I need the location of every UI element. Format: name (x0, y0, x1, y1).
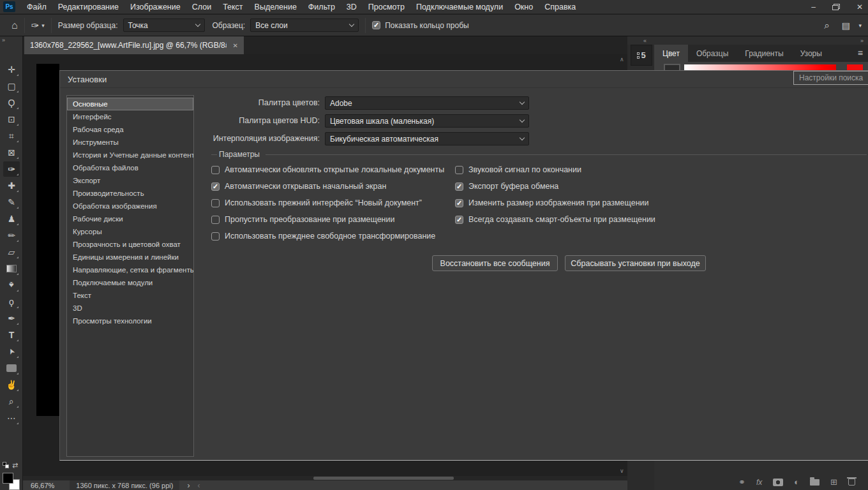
sidebar-item-cursors[interactable]: Курсоры (67, 225, 193, 238)
color-picker-dropdown[interactable]: Adobe (325, 96, 529, 110)
brush-tool[interactable]: ✎ (3, 195, 20, 210)
sidebar-item-image-processing[interactable]: Обработка изображения (67, 200, 193, 212)
foreground-color-swatch[interactable] (3, 473, 13, 484)
sidebar-item-transparency[interactable]: Прозрачность и цветовой охват (67, 238, 193, 251)
zoom-level[interactable]: 66,67% (31, 482, 54, 489)
export-clipboard-checkbox[interactable]: ✓ (455, 182, 463, 191)
sidebar-item-export[interactable]: Экспорт (67, 174, 193, 187)
blur-tool[interactable]: ♠ (3, 278, 20, 293)
type-tool[interactable]: T (3, 327, 20, 343)
hand-tool[interactable]: ✌ (3, 377, 20, 392)
menu-type[interactable]: Текст (223, 3, 243, 11)
tab-patterns[interactable]: Узоры (792, 45, 830, 62)
chevron-down-icon[interactable]: ▾ (858, 22, 862, 29)
minimize-button[interactable]: – (811, 3, 816, 11)
panel-menu-icon[interactable]: ≡ (858, 48, 863, 58)
interpolation-dropdown[interactable]: Бикубическая автоматическая (325, 132, 529, 145)
auto-update-docs-checkbox[interactable]: ✓ (211, 166, 220, 174)
gradient-tool[interactable] (3, 261, 20, 276)
status-arrow-icon[interactable]: ‹ (197, 481, 200, 490)
sidebar-item-3d[interactable]: 3D (67, 302, 193, 315)
history-panel-button[interactable]: 5 (631, 45, 652, 66)
clone-stamp-tool[interactable]: ♟ (3, 211, 20, 226)
menu-select[interactable]: Выделение (255, 3, 297, 11)
move-tool[interactable]: ✛ (3, 62, 20, 77)
default-colors-icon[interactable] (5, 464, 9, 468)
eyedropper-tool-icon[interactable]: ✑ (31, 20, 40, 31)
pen-tool[interactable]: ✒ (3, 311, 20, 326)
menu-help[interactable]: Справка (544, 3, 576, 11)
sample-size-dropdown[interactable]: Точка (123, 19, 205, 32)
legacy-free-transform-checkbox[interactable]: ✓ (211, 232, 220, 241)
resize-on-place-checkbox[interactable]: ✓ (455, 199, 463, 207)
tab-swatches[interactable]: Образцы (688, 45, 737, 62)
sidebar-item-plugins[interactable]: Подключаемые модули (67, 276, 193, 289)
marquee-tool[interactable]: ▢ (3, 78, 20, 94)
tab-color[interactable]: Цвет (654, 45, 688, 62)
menu-plugins[interactable]: Подключаемые модули (416, 3, 503, 11)
sample-dropdown[interactable]: Все слои (250, 19, 359, 32)
home-icon[interactable]: ⌂ (11, 20, 18, 31)
tab-close-icon[interactable]: ✕ (233, 42, 238, 49)
restore-button[interactable] (832, 4, 840, 10)
sidebar-item-type[interactable]: Текст (67, 289, 193, 302)
legacy-new-doc-checkbox[interactable]: ✓ (211, 199, 220, 207)
sidebar-item-guides-grid[interactable]: Направляющие, сетка и фрагменты (67, 264, 193, 276)
scroll-down-icon[interactable]: ∨ (620, 468, 624, 474)
link-layers-icon[interactable]: ⚭ (738, 477, 745, 487)
menu-layers[interactable]: Слои (192, 3, 211, 11)
expand-panels-icon[interactable]: » (860, 38, 863, 44)
probe-ring-checkbox[interactable]: ✓ (372, 21, 380, 29)
sidebar-item-history[interactable]: История и Учетные данные контента (67, 149, 193, 161)
reset-on-exit-button[interactable]: Сбрасывать установки при выходе (565, 255, 706, 271)
beep-when-done-checkbox[interactable]: ✓ (455, 166, 463, 174)
sidebar-item-scratch-disks[interactable]: Рабочие диски (67, 212, 193, 225)
menu-file[interactable]: Файл (27, 3, 47, 11)
reset-messages-button[interactable]: Восстановить все сообщения (432, 255, 558, 271)
lasso-tool[interactable]: Ϙ (3, 95, 20, 110)
canvas[interactable] (36, 64, 59, 416)
toolbar-expand-icon[interactable]: » (2, 37, 4, 43)
rectangle-tool[interactable] (3, 360, 20, 376)
delete-layer-icon[interactable] (848, 479, 855, 486)
collapse-panels-icon[interactable]: « (643, 38, 646, 44)
swap-colors-icon[interactable]: ⇄ (12, 461, 18, 470)
new-group-icon[interactable] (810, 479, 819, 486)
frame-tool[interactable]: ⊠ (3, 145, 20, 160)
menu-window[interactable]: Окно (514, 3, 533, 11)
chevron-down-icon[interactable]: ▾ (41, 22, 45, 29)
search-icon[interactable]: ⌕ (825, 20, 830, 31)
healing-brush-tool[interactable]: ✚ (3, 178, 20, 193)
eraser-tool[interactable]: ▱ (3, 244, 20, 260)
document-tab[interactable]: 1360x768_229562_[www.ArtFile.ru].jpg @ 6… (24, 36, 244, 54)
crop-tool[interactable]: ⌗ (3, 128, 20, 144)
smart-objects-on-place-checkbox[interactable]: ✓ (455, 216, 463, 224)
path-selection-tool[interactable]: ➤ (3, 344, 20, 359)
sidebar-item-file-handling[interactable]: Обработка файлов (67, 161, 193, 174)
close-button[interactable]: ✕ (857, 3, 863, 11)
history-brush-tool[interactable]: ✏ (3, 228, 20, 243)
new-layer-icon[interactable]: ⊞ (830, 477, 837, 487)
layer-style-icon[interactable]: fx (756, 478, 762, 487)
eyedropper-tool[interactable]: ✑ (3, 161, 20, 177)
scroll-up-icon[interactable]: ∧ (620, 56, 624, 63)
object-selection-tool[interactable]: ⊡ (3, 112, 20, 127)
horizontal-scrollbar[interactable] (23, 476, 627, 480)
workspace-icon[interactable]: ▤ (842, 20, 850, 31)
sidebar-item-units-rulers[interactable]: Единицы измерения и линейки (67, 251, 193, 264)
skip-transform-checkbox[interactable]: ✓ (211, 216, 220, 224)
tab-gradients[interactable]: Градиенты (737, 45, 791, 62)
menu-3d[interactable]: 3D (347, 3, 357, 11)
zoom-tool[interactable]: ⌕ (3, 394, 20, 409)
menu-image[interactable]: Изображение (130, 3, 181, 11)
hud-color-picker-dropdown[interactable]: Цветовая шкала (маленькая) (325, 114, 529, 128)
more-tools-button[interactable]: ⋯ (3, 410, 20, 426)
home-screen-checkbox[interactable]: ✓ (211, 182, 220, 191)
scrollbar-thumb[interactable] (313, 477, 454, 480)
status-arrow-icon[interactable]: › (187, 481, 190, 490)
menu-edit[interactable]: Редактирование (58, 3, 119, 11)
menu-filter[interactable]: Фильтр (308, 3, 335, 11)
layer-mask-icon[interactable] (773, 479, 783, 486)
dodge-tool[interactable]: ϙ (3, 294, 20, 309)
sidebar-item-performance[interactable]: Производительность (67, 187, 193, 200)
